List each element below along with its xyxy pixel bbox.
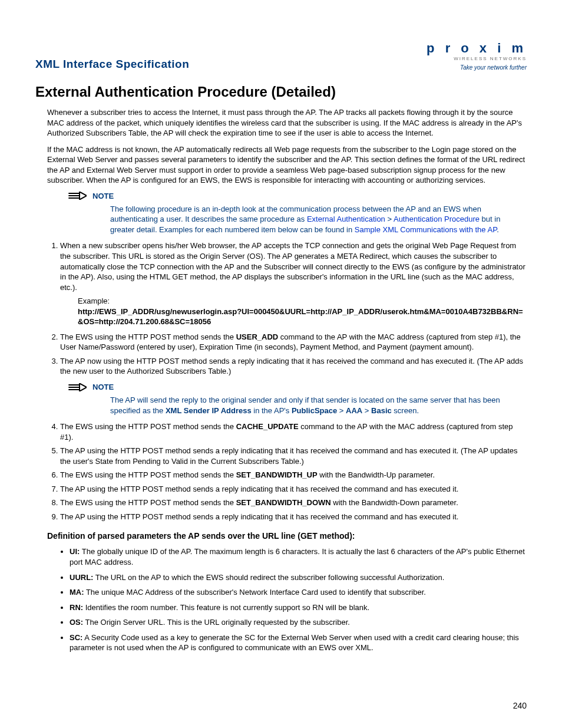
step-7: The AP using the HTTP POST method sends … <box>60 484 527 495</box>
param-sc-label: SC: <box>70 633 82 642</box>
step-8-post: with the Bandwidth-Down parameter. <box>331 498 458 507</box>
note-1: NOTE The following procedure is an in-de… <box>68 192 527 235</box>
example-url: http://EWS_IP_ADDR/usg/newuserlogin.asp?… <box>78 307 527 327</box>
note-arrow-icon <box>68 192 87 200</box>
logo-subtitle: WIRELESS NETWORKS <box>427 57 527 62</box>
example-label: Example: <box>78 296 527 307</box>
logo: p r o x i m WIRELESS NETWORKS Take your … <box>427 41 527 71</box>
link-sample-xml[interactable]: Sample XML Communications with the AP <box>355 225 497 234</box>
note-2-b4: Basic <box>371 406 392 415</box>
procedure-list-cont: The EWS using the HTTP POST method sends… <box>47 421 527 522</box>
example-block: Example: http://EWS_IP_ADDR/usg/newuserl… <box>78 296 527 327</box>
param-uurl-text: The URL on the AP to which the EWS shoul… <box>93 573 444 582</box>
note-2-b1: XML Sender IP Address <box>166 406 252 415</box>
note-2-body: The AP will send the reply to the origin… <box>110 395 527 416</box>
step-6-cmd: SET_BANDWIDTH_UP <box>236 470 318 479</box>
param-rn: RN: Identifies the room number. This fea… <box>70 602 527 613</box>
procedure-list: When a new subscriber opens his/her Web … <box>47 241 527 377</box>
step-8-cmd: SET_BANDWIDTH_DOWN <box>236 498 331 507</box>
step-2-cmd: USER_ADD <box>236 332 279 341</box>
param-os-label: OS: <box>70 618 83 627</box>
note-2: NOTE The AP will send the reply to the o… <box>68 383 527 416</box>
step-9: The AP using the HTTP POST method sends … <box>60 512 527 522</box>
param-ma-text: The unique MAC Address of the subscriber… <box>84 588 426 597</box>
step-6-post: with the Bandwidth-Up parameter. <box>318 470 435 479</box>
page-number: 240 <box>513 701 527 710</box>
note-arrow-icon <box>68 383 87 391</box>
svg-marker-3 <box>80 192 87 200</box>
step-2-pre: The EWS using the HTTP POST method sends… <box>60 332 236 341</box>
note-2-b3: AAA <box>346 406 362 415</box>
param-sc: SC: A Security Code used as a key to gen… <box>70 633 527 653</box>
note-2-sep2: > <box>362 406 371 415</box>
step-4-cmd: CACHE_UPDATE <box>236 422 299 431</box>
step-2: The EWS using the HTTP POST method sends… <box>60 332 527 353</box>
note-label: NOTE <box>92 383 114 391</box>
step-8-pre: The EWS using the HTTP POST method sends… <box>60 498 236 507</box>
param-ui-text: The globally unique ID of the AP. The ma… <box>70 547 525 566</box>
step-1: When a new subscriber opens his/her Web … <box>60 241 527 327</box>
link-external-auth[interactable]: External Authentication <box>307 215 385 223</box>
param-uurl: UURL: The URL on the AP to which the EWS… <box>70 572 527 583</box>
note-2-end: screen. <box>392 406 419 415</box>
page-title: External Authentication Procedure (Detai… <box>35 84 527 100</box>
link-auth-procedure[interactable]: Authentication Procedure <box>394 215 480 223</box>
section-title: XML Interface Specification <box>35 58 189 71</box>
step-8: The EWS using the HTTP POST method sends… <box>60 498 527 508</box>
step-1-text: When a new subscriber opens his/her Web … <box>60 241 525 291</box>
step-6: The EWS using the HTTP POST method sends… <box>60 470 527 480</box>
param-uurl-label: UURL: <box>70 573 93 582</box>
step-4: The EWS using the HTTP POST method sends… <box>60 421 527 442</box>
param-os: OS: The Origin Server URL. This is the U… <box>70 617 527 628</box>
params-subhead: Definition of parsed parameters the AP s… <box>47 531 527 541</box>
param-ma: MA: The unique MAC Address of the subscr… <box>70 587 527 598</box>
param-ma-label: MA: <box>70 588 84 597</box>
step-6-pre: The EWS using the HTTP POST method sends… <box>60 470 236 479</box>
intro-paragraph-2: If the MAC address is not known, the AP … <box>47 144 527 186</box>
header: XML Interface Specification p r o x i m … <box>35 41 527 71</box>
note-1-body: The following procedure is an in-depth l… <box>110 204 527 235</box>
note-2-b2: PublicSpace <box>292 406 337 415</box>
note-2-mid1: in the AP's <box>252 406 292 415</box>
logo-main: p r o x i m <box>427 41 527 55</box>
param-rn-label: RN: <box>70 603 83 612</box>
svg-marker-7 <box>80 383 87 391</box>
logo-tagline: Take your network further <box>427 64 527 71</box>
params-list: UI: The globally unique ID of the AP. Th… <box>59 546 527 653</box>
param-ui: UI: The globally unique ID of the AP. Th… <box>70 546 527 567</box>
param-ui-label: UI: <box>70 547 80 556</box>
note-1-sep: > <box>385 215 394 223</box>
note-1-end: . <box>497 225 499 234</box>
note-2-sep1: > <box>337 406 346 415</box>
param-sc-text: A Security Code used as a key to generat… <box>70 633 519 653</box>
param-os-text: The Origin Server URL. This is the URL o… <box>83 618 350 627</box>
note-label: NOTE <box>92 192 114 200</box>
param-rn-text: Identifies the room number. This feature… <box>83 603 369 612</box>
step-5: The AP using the HTTP POST method sends … <box>60 446 527 466</box>
step-3: The AP now using the HTTP POST method se… <box>60 356 527 377</box>
step-4-pre: The EWS using the HTTP POST method sends… <box>60 422 236 431</box>
intro-paragraph-1: Whenever a subscriber tries to access th… <box>47 107 527 139</box>
page: XML Interface Specification p r o x i m … <box>0 0 562 728</box>
